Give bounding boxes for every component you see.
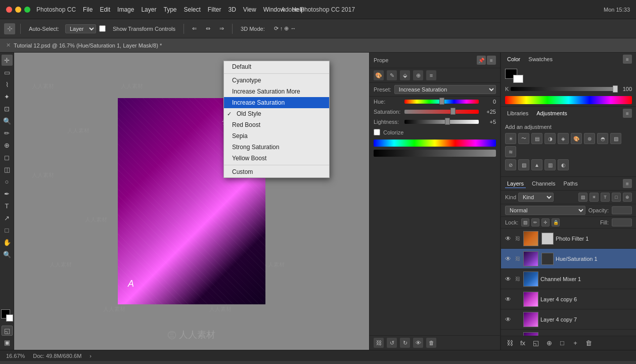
menu-layer[interactable]: Layer <box>141 6 156 13</box>
layer-visibility-copy6[interactable]: 👁 <box>504 295 512 303</box>
gradient-tool[interactable]: ◫ <box>2 164 13 175</box>
channels-tab[interactable]: Channels <box>530 179 557 188</box>
tool-icon-2[interactable]: ✎ <box>387 70 397 80</box>
menu-select[interactable]: Select <box>184 6 200 13</box>
layer-item-copy6[interactable]: 👁 Layer 4 copy 6 <box>501 289 636 309</box>
adj-invert-icon[interactable]: ⊘ <box>505 159 516 170</box>
new-group-icon[interactable]: □ <box>558 339 567 348</box>
lock-paint-icon[interactable]: ✏ <box>531 218 539 226</box>
filter-shape-icon[interactable]: □ <box>612 193 621 202</box>
add-mask-icon[interactable]: ◱ <box>531 339 540 348</box>
close-button[interactable] <box>6 7 12 13</box>
path-select-tool[interactable]: ↗ <box>2 212 13 223</box>
lasso-tool[interactable]: ⌇ <box>2 79 13 90</box>
colorize-checkbox[interactable] <box>374 129 380 135</box>
color-preview[interactable] <box>505 69 523 83</box>
move-tool-btn[interactable]: ⊹ <box>4 23 15 34</box>
layer-item-hue-sat[interactable]: 👁 ⛓ Hue/Saturation 1 <box>501 249 636 269</box>
adj-gradient-map-icon[interactable]: ▥ <box>544 159 556 170</box>
brush-tool[interactable]: ✏ <box>2 127 13 139</box>
lock-all-icon[interactable]: 🔒 <box>552 218 560 226</box>
layers-tab[interactable]: Layers <box>505 179 526 188</box>
adj-photo-icon[interactable]: ▨ <box>610 133 621 144</box>
adj-levels-icon[interactable]: ▤ <box>531 133 542 144</box>
layer-kind-select[interactable]: Kind <box>518 193 554 202</box>
zoom-tool[interactable]: 🔍 <box>2 249 13 260</box>
properties-close-icon[interactable]: ≡ <box>487 56 496 65</box>
dropdown-item-yellow-boost[interactable]: Yellow Boost <box>224 153 329 164</box>
adj-vibrance-icon[interactable]: ◈ <box>558 133 569 144</box>
menu-bar[interactable]: File Edit Image Layer Type Select Filter… <box>83 6 304 13</box>
paths-tab[interactable]: Paths <box>562 179 580 188</box>
dropdown-item-custom[interactable]: Custom <box>224 166 329 177</box>
crop-tool[interactable]: ⊡ <box>2 103 13 114</box>
eye-icon[interactable]: 👁 <box>413 338 423 348</box>
background-color[interactable] <box>6 314 13 322</box>
dropdown-item-red-boost[interactable]: Red Boost <box>224 119 329 130</box>
dropdown-item-strong-sat[interactable]: Strong Saturation <box>224 142 329 153</box>
link-layers-icon[interactable]: ⛓ <box>505 339 514 348</box>
rotate-icon[interactable]: ↺ <box>387 338 397 348</box>
filter-smart-icon[interactable]: ⊕ <box>623 193 632 202</box>
menu-3d[interactable]: 3D <box>229 6 236 13</box>
dropdown-item-old-style[interactable]: Old Style <box>224 108 329 119</box>
mac-window-buttons[interactable] <box>6 7 30 13</box>
menu-view[interactable]: View <box>243 6 256 13</box>
layer-item-copy5[interactable]: 👁 Layer 4 copy 5 <box>501 330 636 336</box>
filter-pixel-icon[interactable]: ▨ <box>578 193 587 202</box>
color-panel-menu-icon[interactable]: ≡ <box>623 55 632 64</box>
menu-edit[interactable]: Edit <box>100 6 110 13</box>
adj-channel-icon[interactable]: ≋ <box>505 146 516 157</box>
dropdown-item-sepia[interactable]: Sepia <box>224 130 329 142</box>
hue-tool-icon[interactable]: 🎨 <box>374 70 384 80</box>
blend-mode-select[interactable]: Normal <box>505 206 585 215</box>
trash-icon[interactable]: 🗑 <box>426 338 436 348</box>
dropdown-item-inc-sat-more[interactable]: Increase Saturation More <box>224 86 329 97</box>
clone-tool[interactable]: ⊕ <box>2 140 13 151</box>
adj-brightness-icon[interactable]: ☀ <box>505 133 516 144</box>
preset-dropdown-menu[interactable]: Default Cyanotype Increase Saturation Mo… <box>223 61 330 178</box>
dropdown-item-cyanotype[interactable]: Cyanotype <box>224 75 329 86</box>
3d-mode-controls[interactable]: ⟳ ↑ ⊕ ↔ <box>271 24 299 33</box>
auto-select-dropdown[interactable]: Layer Group <box>65 24 96 33</box>
menu-type[interactable]: Type <box>163 6 176 13</box>
dropdown-item-default[interactable]: Default <box>224 61 329 72</box>
adj-exposure-icon[interactable]: ◑ <box>544 133 556 144</box>
align-right-btn[interactable]: ⇒ <box>216 24 227 33</box>
adj-curves-icon[interactable]: 〜 <box>518 133 529 144</box>
maximize-button[interactable] <box>24 7 30 13</box>
dropdown-item-inc-sat[interactable]: Increase Saturation <box>224 97 329 108</box>
k-slider[interactable] <box>511 87 618 91</box>
hand-tool[interactable]: ✋ <box>2 237 13 248</box>
document-tab[interactable]: ✕ Tutorial 12.psd @ 16.7% (Hue/Saturatio… <box>0 38 636 53</box>
move-tool[interactable]: ✛ <box>2 55 13 66</box>
new-layer-icon[interactable]: + <box>571 339 580 348</box>
adj-poster-icon[interactable]: ▧ <box>518 159 529 170</box>
adj-colorbal-icon[interactable]: ⊛ <box>584 133 595 144</box>
minimize-button[interactable] <box>15 7 21 13</box>
tool-icon-4[interactable]: ⊕ <box>413 70 423 80</box>
layer-visibility-copy7[interactable]: 👁 <box>504 315 512 324</box>
layer-visibility-photo-filter[interactable]: 👁 <box>504 235 512 243</box>
light-slider[interactable] <box>404 120 479 124</box>
fill-input[interactable]: 100% <box>612 218 632 226</box>
lock-move-icon[interactable]: ✛ <box>541 218 550 226</box>
tool-icon-5[interactable]: ≡ <box>426 70 436 80</box>
color-spectrum-bar[interactable] <box>505 96 632 104</box>
type-tool[interactable]: T <box>2 200 13 211</box>
tool-icon-3[interactable]: ⬙ <box>400 70 410 80</box>
layer-item-copy7[interactable]: 👁 Layer 4 copy 7 <box>501 309 636 330</box>
lock-transparent-icon[interactable]: ▨ <box>521 218 529 226</box>
pen-tool[interactable]: ✒ <box>2 188 13 199</box>
adj-hue-icon[interactable]: 🎨 <box>571 133 582 144</box>
hue-slider[interactable] <box>404 100 479 104</box>
magic-wand-tool[interactable]: ✦ <box>2 91 13 102</box>
menu-file[interactable]: File <box>83 6 93 13</box>
doc-close-icon[interactable]: ✕ <box>6 42 11 49</box>
chain-icon[interactable]: ⛓ <box>374 338 384 348</box>
align-center-btn[interactable]: ⇔ <box>203 24 213 33</box>
bg-color-swatch[interactable] <box>513 75 523 83</box>
menu-filter[interactable]: Filter <box>208 6 221 13</box>
adj-panel-menu-icon[interactable]: ≡ <box>623 109 632 118</box>
select-tool[interactable]: ▭ <box>2 67 13 78</box>
